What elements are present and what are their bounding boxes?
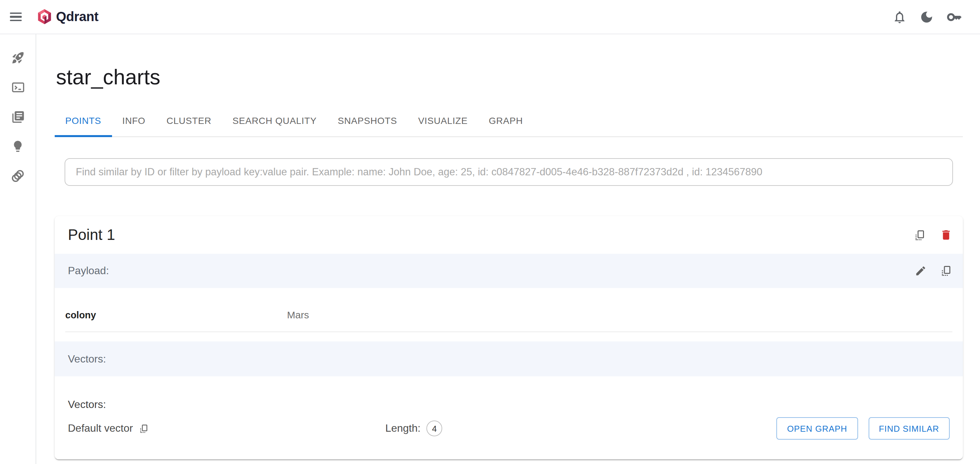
- copy-payload-icon[interactable]: [940, 265, 952, 277]
- collection-title: star_charts: [56, 65, 963, 90]
- tab-graph[interactable]: GRAPH: [478, 105, 533, 137]
- open-graph-button[interactable]: OPEN GRAPH: [776, 417, 858, 440]
- vectors-section-row: Vectors:: [55, 342, 963, 377]
- tab-snapshots[interactable]: SNAPSHOTS: [327, 105, 407, 137]
- vector-length-label: Length:: [385, 423, 420, 434]
- copy-point-icon[interactable]: [914, 229, 926, 241]
- top-app-bar: Qdrant: [0, 0, 980, 34]
- point-title: Point 1: [68, 226, 115, 244]
- rocket-launch-icon: [11, 51, 25, 65]
- copy-vector-icon[interactable]: [139, 423, 149, 433]
- payload-section-row: Payload:: [55, 254, 963, 288]
- payload-value: Mars: [287, 309, 309, 320]
- point-card: Point 1 Payload:: [55, 216, 963, 459]
- find-similar-search-input[interactable]: [65, 158, 953, 186]
- tab-visualize[interactable]: VISUALIZE: [407, 105, 478, 137]
- vector-length-chip: 4: [426, 421, 442, 436]
- payload-row-colony: colony Mars: [65, 288, 952, 332]
- tab-points[interactable]: POINTS: [55, 105, 112, 137]
- terminal-console-icon: [11, 80, 25, 94]
- edit-payload-pencil-icon[interactable]: [915, 265, 927, 277]
- points-search-panel: [65, 158, 953, 186]
- vector-name: Default vector: [68, 423, 133, 434]
- api-key-icon[interactable]: [947, 9, 962, 25]
- find-similar-button[interactable]: FIND SIMILAR: [868, 417, 950, 440]
- notifications-bell-icon[interactable]: [892, 10, 907, 24]
- sidebar-item-tutorial[interactable]: [11, 140, 24, 153]
- left-nav-rail: [0, 34, 36, 464]
- delete-point-icon[interactable]: [940, 229, 952, 241]
- payload-key: colony: [65, 310, 287, 320]
- payload-section-label: Payload:: [68, 265, 109, 277]
- qdrant-logo[interactable]: Qdrant: [37, 8, 99, 25]
- datasets-rings-icon: [11, 169, 25, 183]
- qdrant-hexagon-logo-icon: [37, 8, 52, 25]
- brand-name: Qdrant: [56, 9, 99, 24]
- vector-row-default: Default vector Length: 4 OPEN GRAPH FIND…: [68, 417, 950, 440]
- sidebar-item-datasets[interactable]: [11, 169, 25, 183]
- hamburger-menu-icon[interactable]: [10, 12, 22, 21]
- collection-tabs: POINTS INFO CLUSTER SEARCH QUALITY SNAPS…: [55, 105, 963, 137]
- tutorial-lightbulb-icon: [11, 140, 24, 153]
- dark-mode-moon-icon[interactable]: [920, 10, 934, 24]
- tab-info[interactable]: INFO: [112, 105, 156, 137]
- vectors-subsection-label: Vectors:: [68, 399, 950, 411]
- sidebar-item-welcome[interactable]: [11, 51, 25, 65]
- tab-search-quality[interactable]: SEARCH QUALITY: [222, 105, 327, 137]
- point-card-header: Point 1: [55, 216, 963, 254]
- main-content: star_charts POINTS INFO CLUSTER SEARCH Q…: [37, 34, 980, 464]
- vectors-section-label: Vectors:: [68, 353, 106, 365]
- collections-library-icon: [11, 110, 25, 124]
- tab-cluster[interactable]: CLUSTER: [156, 105, 222, 137]
- sidebar-item-console[interactable]: [11, 80, 25, 94]
- qdrant-dashboard: Qdrant: [0, 0, 980, 464]
- sidebar-item-collections[interactable]: [11, 110, 25, 124]
- topbar-actions: [892, 9, 980, 25]
- vectors-body: Vectors: Default vector Length: 4 OPEN G…: [55, 377, 963, 459]
